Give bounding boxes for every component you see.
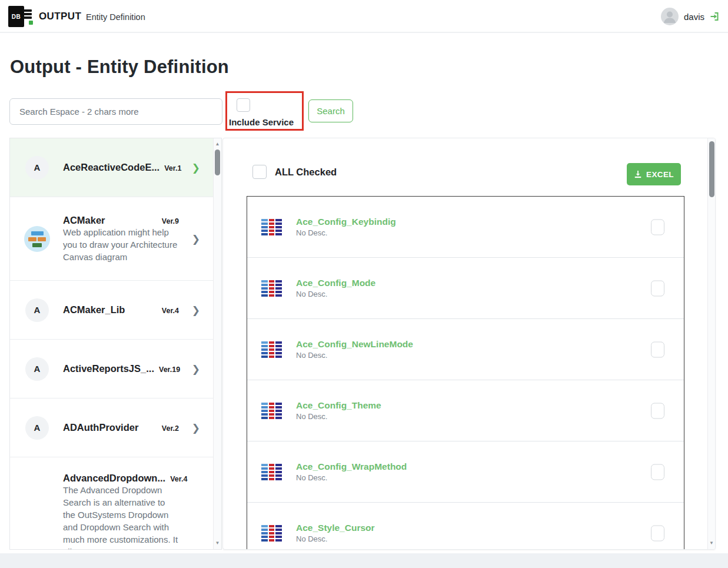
espace-version: Ver.4 [165, 475, 187, 483]
scroll-thumb[interactable] [215, 150, 220, 175]
espace-name: ActiveReportsJS_... [63, 363, 154, 374]
entity-table-icon [261, 219, 282, 235]
app-window: DB OUTPUT Entity Definition davis Output… [0, 0, 728, 568]
entity-description: No Desc. [296, 473, 327, 482]
espace-name: ADAuthProvider [63, 422, 138, 433]
espace-avatar: A [25, 298, 49, 322]
espace-list-item[interactable]: A ADAuthProvider Ver.2 ❯ [10, 398, 213, 457]
entity-table-icon [261, 525, 282, 542]
entity-name-link[interactable]: Ace_Config_NewLineMode [296, 339, 413, 349]
espace-name: AdvancedDropdown... [63, 473, 165, 484]
espace-initial: A [34, 305, 41, 315]
entity-description: No Desc. [296, 412, 327, 421]
espace-list-item[interactable]: A AceReactiveCodeE... Ver.1 ❯ [10, 138, 213, 197]
entity-row: Ace_Config_WrapMethod No Desc. [247, 441, 684, 503]
espace-list-item[interactable]: A ACMaker_Lib Ver.4 ❯ [10, 281, 213, 340]
user-name: davis [684, 12, 704, 22]
entity-name-link[interactable]: Ace_Config_Keybindig [296, 217, 396, 227]
scroll-up-icon[interactable]: ▲ [214, 141, 221, 147]
entity-name-link[interactable]: Ace_Config_WrapMethod [296, 461, 407, 471]
entity-info: Ace_Style_Cursor No Desc. [296, 523, 670, 544]
entity-description: No Desc. [296, 290, 327, 298]
espace-description: Web application might help you to draw y… [63, 227, 177, 262]
search-input[interactable] [9, 98, 222, 125]
entity-name-link[interactable]: Ace_Config_Theme [296, 400, 381, 410]
nav-entity-definition[interactable]: Entity Definition [86, 12, 145, 22]
entity-row: Ace_Config_Theme No Desc. [247, 380, 684, 441]
acmaker-diagram-icon [24, 226, 50, 252]
entity-checkbox[interactable] [651, 525, 664, 541]
espace-name: ACMaker [63, 215, 105, 226]
espace-name: ACMaker_Lib [63, 304, 125, 315]
search-button[interactable]: Search [308, 99, 353, 122]
entity-info: Ace_Config_Theme No Desc. [296, 400, 670, 421]
top-bar: DB OUTPUT Entity Definition davis [0, 0, 728, 33]
espace-initial: A [34, 423, 41, 433]
espace-list-panel: A AceReactiveCodeE... Ver.1 ❯ ACMaker Ve… [9, 138, 222, 550]
chevron-right-icon[interactable]: ❯ [192, 363, 200, 375]
espace-avatar: A [25, 156, 49, 180]
espace-info: ADAuthProvider Ver.2 [63, 422, 179, 433]
entity-info: Ace_Config_WrapMethod No Desc. [296, 461, 670, 483]
entity-row: Ace_Config_Keybindig No Desc. [247, 197, 684, 258]
entity-info: Ace_Config_NewLineMode No Desc. [296, 339, 670, 360]
entity-description: No Desc. [296, 228, 327, 237]
entity-info: Ace_Config_Keybindig No Desc. [296, 217, 670, 238]
espace-initial: A [34, 162, 41, 172]
entity-description: No Desc. [296, 351, 327, 360]
include-service-checkbox[interactable] [237, 98, 250, 112]
all-checked-label: ALL Checked [275, 167, 337, 178]
entity-description: No Desc. [296, 534, 327, 543]
user-avatar[interactable] [661, 8, 679, 25]
excel-export-button[interactable]: EXCEL [627, 163, 681, 185]
espace-list-item[interactable]: ACMaker Ver.9 Web application might help… [10, 197, 213, 281]
entity-panel: ALL Checked EXCEL Ace_Config_Keybindig N… [222, 138, 716, 550]
espace-description: The Advanced Dropdown Search is an alter… [63, 485, 178, 549]
chevron-right-icon[interactable]: ❯ [192, 421, 200, 434]
espace-info: AceReactiveCodeE... Ver.1 [63, 162, 179, 173]
brand-title: OUTPUT [39, 11, 81, 22]
espace-name: AceReactiveCodeE... [63, 162, 159, 173]
espace-avatar: A [25, 357, 49, 381]
espace-version: Ver.2 [157, 424, 179, 433]
page-title: Output - Entity Definition [10, 57, 229, 78]
entity-row: Ace_Style_Cursor No Desc. [247, 503, 684, 550]
all-checked-checkbox[interactable] [252, 165, 267, 179]
entity-table-icon [261, 341, 282, 358]
entity-checkbox[interactable] [651, 280, 664, 296]
espace-version: Ver.19 [154, 366, 180, 374]
espace-scrollbar[interactable]: ▲ ▼ [213, 138, 221, 549]
include-service-label: Include Service [229, 117, 294, 127]
entity-checkbox[interactable] [651, 403, 664, 418]
espace-list-item[interactable]: AdvancedDropdown... Ver.4 The Advanced D… [10, 457, 213, 549]
espace-list: A AceReactiveCodeE... Ver.1 ❯ ACMaker Ve… [10, 138, 213, 549]
entity-row: Ace_Config_NewLineMode No Desc. [247, 319, 684, 380]
entity-table-icon [261, 464, 282, 480]
logout-icon[interactable] [710, 12, 720, 21]
entity-scrollbar[interactable]: ▼ [707, 138, 715, 549]
entity-name-link[interactable]: Ace_Config_Mode [296, 278, 375, 288]
espace-list-item[interactable]: A ActiveReportsJS_... Ver.19 ❯ [10, 340, 213, 398]
scroll-thumb[interactable] [709, 141, 714, 197]
chevron-right-icon[interactable]: ❯ [192, 304, 200, 316]
excel-button-label: EXCEL [646, 170, 674, 179]
entity-checkbox[interactable] [651, 341, 664, 357]
espace-info: ActiveReportsJS_... Ver.19 [63, 363, 179, 374]
chevron-right-icon[interactable]: ❯ [192, 232, 200, 245]
espace-info: AdvancedDropdown... Ver.4 The Advanced D… [63, 473, 179, 549]
download-icon [634, 170, 642, 178]
scroll-down-icon[interactable]: ▼ [214, 540, 221, 546]
entity-table-icon [261, 403, 282, 419]
entity-checkbox[interactable] [651, 464, 664, 480]
espace-version: Ver.4 [157, 307, 179, 315]
espace-info: ACMaker Ver.9 Web application might help… [63, 215, 179, 263]
espace-version: Ver.1 [159, 164, 181, 172]
espace-initial: A [34, 364, 41, 374]
espace-info: ACMaker_Lib Ver.4 [63, 304, 179, 315]
scroll-down-icon[interactable]: ▼ [708, 540, 715, 546]
chevron-right-icon[interactable]: ❯ [192, 161, 200, 174]
espace-version: Ver.9 [157, 217, 179, 225]
entity-checkbox[interactable] [651, 219, 664, 235]
entity-table-icon [261, 280, 282, 297]
entity-name-link[interactable]: Ace_Style_Cursor [296, 523, 375, 533]
